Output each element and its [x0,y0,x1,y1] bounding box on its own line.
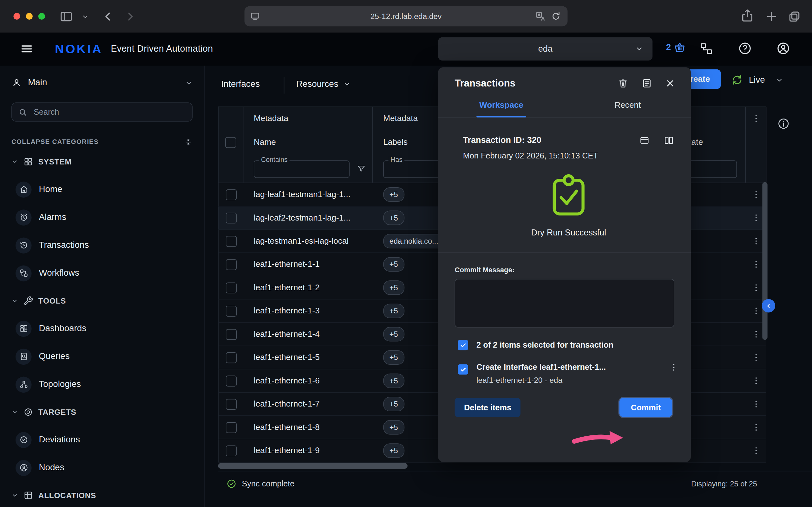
labels-badge[interactable]: +5 [383,187,404,202]
diff-view-icon[interactable] [663,135,674,146]
tab-recent[interactable]: Recent [565,93,691,117]
notes-icon[interactable] [641,78,653,89]
translate-icon[interactable] [535,11,546,21]
section-system[interactable]: SYSTEM [11,155,193,168]
panel-collapse-handle[interactable] [762,299,775,313]
reload-icon[interactable] [551,11,561,21]
commit-button[interactable]: Commit [619,398,672,417]
tab-workspace[interactable]: Workspace [438,93,564,117]
labels-badge[interactable]: +5 [383,211,404,225]
labels-badge[interactable]: +5 [383,257,404,272]
labels-badge[interactable]: +5 [383,327,404,342]
share-icon[interactable] [740,8,755,23]
sidebar-toggle-icon[interactable] [59,9,73,24]
new-tab-icon[interactable] [765,10,778,23]
scrollbar-thumb[interactable] [762,182,767,340]
item-checkbox[interactable] [458,364,468,375]
row-checkbox[interactable] [218,323,243,346]
labels-filter-label: Has [389,156,405,164]
user-avatar-icon[interactable] [776,42,790,55]
section-label: SYSTEM [38,157,72,166]
table-menu-button[interactable] [746,107,766,130]
context-selector[interactable]: Main [11,73,193,93]
basket-count: 2 [666,42,671,53]
collapse-categories-label: COLLAPSE CATEGORIES [11,138,99,146]
help-icon[interactable] [738,42,752,55]
sidebar-item-nodes[interactable]: Nodes [11,454,193,482]
tab-interfaces[interactable]: Interfaces [221,79,260,90]
chevron-down-icon [344,81,351,88]
minimize-window-button[interactable] [26,13,33,20]
labels-badge[interactable]: +5 [383,443,404,458]
labels-badge[interactable]: eda.nokia.co... [383,234,444,248]
row-checkbox[interactable] [218,393,243,415]
zoom-window-button[interactable] [38,13,45,20]
context-label: Main [28,78,47,88]
labels-badge[interactable]: +5 [383,303,404,318]
delete-items-button[interactable]: Delete items [455,398,521,417]
row-checkbox[interactable] [218,230,243,252]
close-icon[interactable] [665,78,675,89]
vertical-scrollbar[interactable] [762,182,768,456]
labels-badge[interactable]: +5 [383,280,404,295]
hamburger-menu-icon[interactable] [20,42,34,56]
trash-icon[interactable] [617,78,629,89]
product-title: Event Driven Automation [111,43,213,54]
screen: 25-12.rd.lab.eda.dev NOKIA Event Driven … [0,0,812,507]
commit-message-input[interactable] [455,279,674,327]
labels-badge[interactable]: +5 [383,374,404,388]
forward-button[interactable] [123,10,137,23]
status-bar: Sync complete Displaying: 25 of 25 [218,471,812,496]
info-icon[interactable] [777,118,790,130]
sidebar-item-workflows[interactable]: Workflows [11,259,193,287]
section-tools[interactable]: TOOLS [11,294,193,307]
live-toggle[interactable]: Live [731,74,783,86]
home-icon [15,181,32,198]
search-input[interactable] [33,107,186,117]
horizontal-scrollbar[interactable] [218,463,408,469]
row-checkbox[interactable] [218,416,243,439]
row-checkbox[interactable] [218,253,243,276]
item-menu-button[interactable] [669,363,678,372]
close-window-button[interactable] [13,13,20,20]
sidebar-item-transactions[interactable]: Transactions [11,231,193,259]
sidebar-item-queries[interactable]: Queries [11,343,193,371]
select-all-items-checkbox[interactable] [458,340,468,350]
back-button[interactable] [101,10,115,23]
sidebar-item-topologies[interactable]: Topologies [11,371,193,398]
sidebar-item-dashboards[interactable]: Dashboards [11,315,193,343]
group-header-metadata: Metadata [243,107,373,130]
labels-badge[interactable]: +5 [383,350,404,365]
select-all-checkbox[interactable] [218,130,243,155]
row-checkbox[interactable] [218,183,243,206]
section-allocations[interactable]: ALLOCATIONS [11,489,193,501]
tab-overview-icon[interactable] [788,10,801,23]
tab-resources[interactable]: Resources [296,79,351,90]
summary-card-icon[interactable] [639,135,650,146]
namespace-select[interactable]: eda [438,38,653,60]
sidebar-item-label: Dashboards [39,323,86,334]
url-bar[interactable]: 25-12.rd.lab.eda.dev [245,6,568,26]
allocations-icon [23,490,33,500]
chevron-down-icon[interactable] [82,13,89,20]
collapse-categories[interactable]: COLLAPSE CATEGORIES [11,135,193,148]
row-checkbox[interactable] [218,370,243,392]
sidebar-item-home[interactable]: Home [11,175,193,203]
transaction-basket-button[interactable]: 2 [666,41,687,54]
row-checkbox[interactable] [218,346,243,369]
sidebar-item-deviations[interactable]: Deviations [11,426,193,454]
sidebar-search[interactable] [11,102,193,121]
filter-icon[interactable] [356,164,366,174]
topology-flows-icon[interactable] [699,42,714,56]
row-checkbox[interactable] [218,439,243,462]
column-name[interactable]: Name [243,130,373,155]
section-targets[interactable]: TARGETS [11,406,193,418]
row-checkbox[interactable] [218,276,243,299]
row-checkbox[interactable] [218,206,243,229]
labels-badge[interactable]: +5 [383,397,404,411]
labels-badge[interactable]: +5 [383,420,404,435]
row-name: leaf1-ethernet-1-4 [243,323,373,346]
sidebar-item-alarms[interactable]: Alarms [11,204,193,231]
transaction-item[interactable]: Create Interface leaf1-ethernet-1... lea… [438,350,691,384]
row-checkbox[interactable] [218,299,243,322]
